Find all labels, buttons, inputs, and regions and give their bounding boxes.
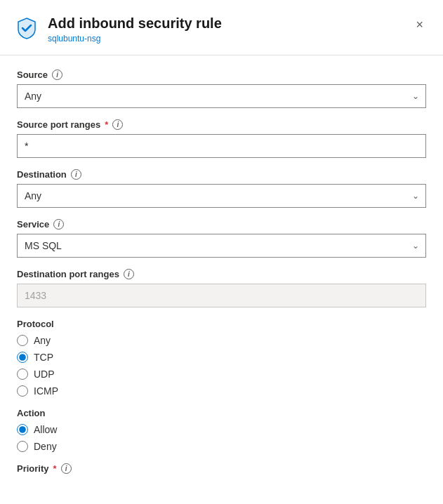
protocol-any-label: Any — [34, 335, 51, 346]
source-port-required-star: * — [105, 119, 108, 130]
priority-required-star: * — [53, 463, 57, 474]
action-allow-item[interactable]: Allow — [17, 424, 426, 435]
protocol-tcp-label: TCP — [34, 352, 53, 363]
panel-subtitle: sqlubuntu-nsg — [48, 34, 222, 44]
destination-port-ranges-group: Destination port ranges i 1433 — [17, 269, 426, 307]
action-label: Action — [17, 408, 426, 418]
destination-select-wrapper: Any IP Addresses Service Tag Application… — [17, 184, 426, 208]
protocol-group: Protocol Any TCP UDP ICMP — [17, 319, 426, 397]
panel-body: Source i Any IP Addresses Service Tag Ap… — [0, 55, 443, 499]
azure-shield-icon — [14, 15, 39, 41]
protocol-any-radio[interactable] — [17, 335, 28, 346]
service-select-wrapper: Custom HTTP HTTPS SSH RDP MS SQL MySQL P… — [17, 234, 426, 258]
protocol-icmp-label: ICMP — [34, 385, 58, 397]
protocol-tcp-radio[interactable] — [17, 352, 28, 363]
source-port-info-icon[interactable]: i — [112, 119, 123, 130]
action-deny-radio[interactable] — [17, 441, 28, 452]
protocol-udp-radio[interactable] — [17, 369, 28, 380]
service-select[interactable]: Custom HTTP HTTPS SSH RDP MS SQL MySQL P… — [17, 234, 426, 258]
destination-info-icon[interactable]: i — [71, 169, 81, 180]
header-left: Add inbound security rule sqlubuntu-nsg — [14, 14, 222, 44]
source-label: Source i — [17, 69, 426, 80]
priority-label: Priority * i — [17, 463, 426, 474]
action-allow-radio[interactable] — [17, 424, 28, 435]
protocol-any-item[interactable]: Any — [17, 335, 426, 346]
protocol-radio-group: Any TCP UDP ICMP — [17, 335, 426, 397]
service-group: Service i Custom HTTP HTTPS SSH RDP MS S… — [17, 219, 426, 258]
source-info-icon[interactable]: i — [52, 69, 62, 80]
action-allow-label: Allow — [34, 424, 57, 435]
close-button[interactable]: × — [413, 15, 426, 34]
source-select[interactable]: Any IP Addresses Service Tag Application… — [17, 84, 426, 108]
destination-port-ranges-label: Destination port ranges i — [17, 269, 426, 279]
protocol-icmp-item[interactable]: ICMP — [17, 385, 426, 397]
panel-header: Add inbound security rule sqlubuntu-nsg … — [0, 0, 443, 55]
action-deny-item[interactable]: Deny — [17, 441, 426, 452]
action-group: Action Allow Deny — [17, 408, 426, 452]
protocol-icmp-radio[interactable] — [17, 385, 28, 397]
service-info-icon[interactable]: i — [53, 219, 64, 230]
protocol-label: Protocol — [17, 319, 426, 329]
destination-select[interactable]: Any IP Addresses Service Tag Application… — [17, 184, 426, 208]
protocol-udp-item[interactable]: UDP — [17, 369, 426, 380]
service-label: Service i — [17, 219, 426, 230]
add-inbound-rule-panel: Add inbound security rule sqlubuntu-nsg … — [0, 0, 443, 504]
title-group: Add inbound security rule sqlubuntu-nsg — [48, 14, 222, 44]
source-port-ranges-input[interactable] — [17, 134, 426, 158]
protocol-tcp-item[interactable]: TCP — [17, 352, 426, 363]
source-group: Source i Any IP Addresses Service Tag Ap… — [17, 69, 426, 108]
source-port-ranges-label: Source port ranges * i — [17, 119, 426, 130]
priority-group: Priority * i — [17, 463, 426, 474]
source-port-ranges-group: Source port ranges * i — [17, 119, 426, 158]
action-deny-label: Deny — [34, 441, 57, 452]
panel-title: Add inbound security rule — [48, 14, 222, 32]
destination-group: Destination i Any IP Addresses Service T… — [17, 169, 426, 208]
source-select-wrapper: Any IP Addresses Service Tag Application… — [17, 84, 426, 108]
protocol-udp-label: UDP — [34, 369, 55, 380]
destination-label: Destination i — [17, 169, 426, 180]
dest-port-info-icon[interactable]: i — [124, 269, 134, 279]
action-radio-group: Allow Deny — [17, 424, 426, 452]
priority-info-icon[interactable]: i — [61, 463, 72, 474]
destination-port-ranges-value: 1433 — [17, 284, 426, 307]
